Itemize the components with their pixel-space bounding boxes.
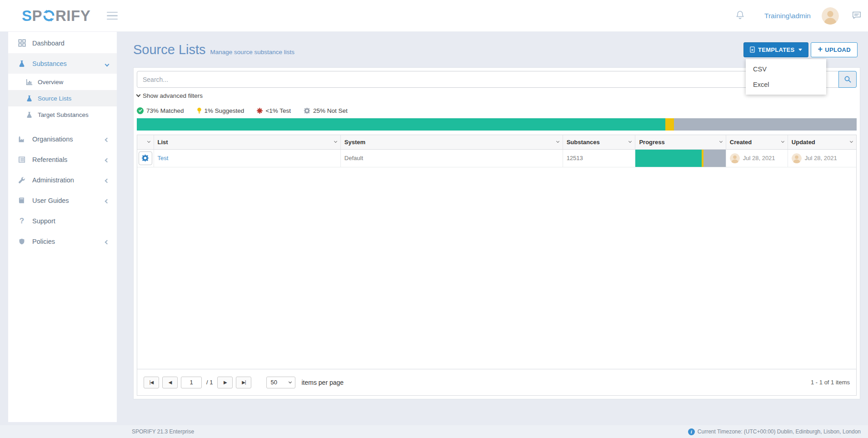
first-page-button[interactable]: |◀	[144, 377, 159, 388]
legend-item-not-set: 25% Not Set	[304, 107, 348, 114]
column-header-progress[interactable]: Progress	[635, 135, 726, 149]
sidebar-item-referentials[interactable]: Referentials	[8, 149, 117, 170]
page-size-select[interactable]: 50	[266, 377, 295, 388]
column-filter-chevron-icon[interactable]	[556, 140, 559, 143]
chevron-left-icon	[105, 156, 109, 163]
sidebar-item-label: Target Substances	[38, 111, 89, 118]
gear-icon	[304, 107, 310, 114]
column-filter-chevron-icon[interactable]	[781, 140, 784, 143]
upload-button-label: UPLOAD	[825, 46, 851, 53]
sidebar-item-overview[interactable]: Overview	[8, 74, 117, 90]
sidebar-item-source-lists[interactable]: Source Lists	[8, 90, 117, 106]
user-avatar[interactable]	[822, 7, 839, 25]
column-filter-chevron-icon[interactable]	[719, 140, 723, 143]
sidebar-item-label: Dashboard	[32, 40, 65, 47]
asterisk-icon	[257, 108, 263, 114]
hamburger-menu-icon[interactable]	[105, 10, 120, 22]
sidebar-item-support[interactable]: ? Support	[8, 211, 117, 231]
timezone-label: Current Timezone: (UTC+00:00) Dublin, Ed…	[698, 428, 861, 435]
show-advanced-filters-toggle[interactable]: Show advanced filters	[137, 91, 203, 100]
row-settings-gear-button[interactable]	[139, 151, 152, 165]
flask-icon	[25, 95, 34, 102]
info-icon: i	[688, 428, 695, 435]
table-row: Test Default 12513 Jul 28, 2021	[137, 149, 856, 167]
messages-chat-icon[interactable]	[852, 10, 862, 22]
upload-button[interactable]: + UPLOAD	[811, 42, 858, 57]
search-button[interactable]	[838, 71, 857, 88]
menu-item-csv[interactable]: CSV	[746, 61, 826, 77]
system-cell: Default	[340, 149, 563, 167]
logo-text-p: P	[32, 7, 43, 24]
sidebar-item-label: Support	[32, 217, 55, 225]
overall-progress-bar	[137, 118, 857, 131]
updated-cell: Jul 28, 2021	[792, 153, 853, 163]
items-per-page-label: items per page	[301, 379, 344, 386]
legend-item-matched: 73% Matched	[137, 107, 184, 114]
templates-button-label: TEMPLATES	[758, 46, 794, 53]
sidebar-item-label: User Guides	[32, 197, 69, 204]
sidebar-item-label: Policies	[32, 238, 55, 245]
question-mark-icon: ?	[16, 216, 27, 226]
dashboard-grid-icon	[16, 39, 27, 47]
sidebar-item-label: Administration	[32, 176, 74, 184]
topbar: SP RIFY Training\admin	[0, 0, 868, 32]
column-header-list[interactable]: List	[154, 135, 340, 149]
column-filter-chevron-icon[interactable]	[147, 140, 150, 143]
column-header-updated[interactable]: Updated	[788, 135, 856, 149]
last-page-button[interactable]: ▶|	[236, 377, 251, 388]
page-number-input[interactable]	[181, 377, 202, 388]
logo-text-rify: RIFY	[55, 7, 90, 25]
chevron-down-icon	[136, 93, 141, 97]
sidebar-item-label: Substances	[32, 60, 67, 67]
app-version-label: SPORIFY 21.3 Enterprise	[132, 428, 194, 435]
chevron-down-icon	[105, 60, 109, 67]
templates-button[interactable]: TEMPLATES	[743, 42, 808, 57]
sidebar-item-policies[interactable]: Policies	[8, 231, 117, 252]
column-filter-chevron-icon[interactable]	[334, 140, 337, 143]
caret-down-icon	[798, 49, 802, 51]
updater-avatar	[792, 153, 802, 163]
current-user-link[interactable]: Training\admin	[764, 12, 811, 20]
sidebar-item-label: Organisations	[32, 136, 73, 143]
legend-item-test: <1% Test	[257, 107, 291, 114]
page-count-label: / 1	[206, 379, 213, 386]
search-icon	[844, 76, 852, 83]
wrench-icon	[16, 176, 27, 184]
book-icon	[16, 197, 27, 204]
check-circle-icon	[137, 107, 144, 114]
grid-pager: |◀ ◀ / 1 ▶ ▶| 50 items per page 1 - 1 of…	[137, 369, 856, 395]
excel-file-icon	[750, 46, 755, 53]
column-header-actions[interactable]	[137, 135, 154, 149]
sidebar-item-organisations[interactable]: Organisations	[8, 129, 117, 149]
sidebar: Dashboard Substances Overview Source Lis…	[8, 32, 117, 422]
content-panel: Show advanced filters 73% Matched 1% Sug…	[133, 67, 860, 399]
column-header-substances[interactable]: Substances	[563, 135, 635, 149]
column-header-system[interactable]: System	[340, 135, 563, 149]
bar-chart-icon	[25, 79, 34, 86]
page-title: Source Lists	[133, 42, 206, 57]
notifications-bell-icon[interactable]	[735, 10, 745, 22]
flask-icon	[16, 60, 27, 67]
sidebar-item-label: Source Lists	[38, 95, 71, 102]
gear-icon	[141, 154, 149, 162]
sidebar-item-substances[interactable]: Substances	[8, 53, 117, 74]
footer: SPORIFY 21.3 Enterprise i Current Timezo…	[0, 425, 868, 438]
page-header: Source Lists Manage source substance lis…	[133, 32, 860, 67]
column-filter-chevron-icon[interactable]	[850, 140, 853, 143]
flask-icon	[25, 111, 34, 118]
chevron-left-icon	[105, 238, 109, 245]
menu-item-excel[interactable]: Excel	[746, 77, 826, 92]
sidebar-item-user-guides[interactable]: User Guides	[8, 190, 117, 211]
next-page-button[interactable]: ▶	[217, 377, 233, 388]
chevron-left-icon	[105, 176, 109, 184]
factory-icon	[16, 136, 27, 143]
column-header-created[interactable]: Created	[726, 135, 788, 149]
sidebar-item-target-substances[interactable]: Target Substances	[8, 106, 117, 123]
sidebar-item-dashboard[interactable]: Dashboard	[8, 33, 117, 53]
sidebar-item-administration[interactable]: Administration	[8, 170, 117, 190]
row-progress-bar	[635, 150, 725, 167]
list-name-link[interactable]: Test	[158, 155, 169, 161]
sporify-logo: SP RIFY	[22, 7, 90, 25]
column-filter-chevron-icon[interactable]	[629, 140, 632, 143]
previous-page-button[interactable]: ◀	[162, 377, 178, 388]
